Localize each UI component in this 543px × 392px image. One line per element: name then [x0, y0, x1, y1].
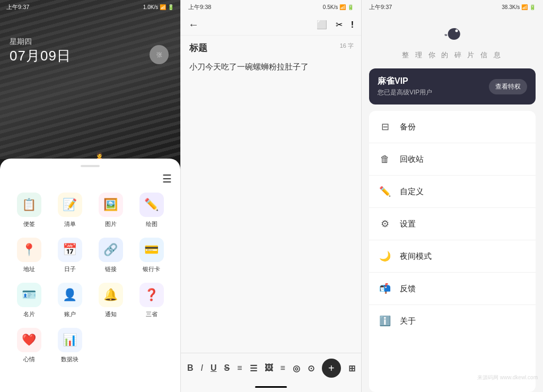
- item-label-bankcard: 银行卡: [143, 265, 160, 273]
- about-icon: ℹ️: [378, 313, 392, 328]
- status-bar-left: 上午9:37 1.0K/s 📶 🔋: [0, 0, 180, 14]
- vip-privileges-button[interactable]: 查看特权: [489, 79, 527, 94]
- list-item[interactable]: 💳 银行卡: [133, 238, 170, 273]
- mood-icon: ❤️: [17, 328, 41, 352]
- account-icon: 👤: [58, 283, 82, 307]
- more-icon[interactable]: !: [351, 20, 354, 30]
- layout-icon[interactable]: ⬜: [317, 20, 327, 30]
- draw-icon: ✏️: [139, 193, 164, 217]
- date-label: 07月09日: [10, 47, 71, 65]
- list-item[interactable]: 📊 数据块: [51, 328, 88, 363]
- svg-point-1: [456, 30, 458, 32]
- note-title: 标题: [189, 42, 353, 54]
- item-label-reflect: 三省: [146, 310, 157, 318]
- link-icon: 🔗: [99, 238, 123, 262]
- weekday-label: 星期四: [10, 37, 71, 47]
- more-options-button[interactable]: ⊞: [348, 363, 355, 373]
- item-label-sticky: 便签: [23, 220, 35, 228]
- namecard-icon: 🪪: [17, 283, 41, 307]
- note-editor-area[interactable]: 标题 小刀今天吃了一碗螺蛳粉拉肚子了: [181, 36, 361, 353]
- status-icons-right: 38.3K/s 📶 🔋: [502, 4, 536, 10]
- menu-item-feedback[interactable]: 📬 反馈: [369, 273, 536, 305]
- note-content[interactable]: 小刀今天吃了一碗螺蛳粉拉肚子了: [189, 60, 353, 73]
- reflect-icon: ❓: [139, 283, 164, 307]
- vip-title: 麻雀VIP: [378, 76, 432, 87]
- strikethrough-button[interactable]: S: [224, 363, 230, 373]
- image-insert-button[interactable]: 🖼: [265, 363, 273, 373]
- sticky-icon: 📋: [17, 193, 41, 217]
- notify-icon: 🔔: [99, 283, 123, 307]
- grid-icons: 📋 便签 📝 清单 🖼️ 图片 ✏️ 绘图 📍 地址 📅 日: [8, 193, 172, 363]
- list-item[interactable]: ❤️ 心情: [11, 328, 47, 363]
- list-item[interactable]: 🖼️ 图片: [92, 193, 129, 228]
- ordered-list-button[interactable]: ≡: [237, 363, 242, 373]
- list-item[interactable]: 📝 清单: [51, 193, 88, 228]
- list-item[interactable]: ✏️ 绘图: [133, 193, 170, 228]
- menu-item-about[interactable]: ℹ️ 关于: [369, 305, 536, 337]
- back-button[interactable]: ←: [188, 19, 199, 31]
- list-item[interactable]: 📋 便签: [11, 193, 47, 228]
- watermark: 来源码网 www.dkewl.com: [477, 374, 538, 381]
- sheet-handle[interactable]: [81, 165, 100, 167]
- item-label-account: 账户: [64, 310, 76, 318]
- list-item[interactable]: 🔗 链接: [92, 238, 129, 273]
- item-label-datablock: 数据块: [61, 355, 78, 363]
- menu-item-settings[interactable]: ⚙ 设置: [369, 208, 536, 240]
- app-header: 整 理 你 的 碎 片 信 息: [362, 14, 543, 68]
- underline-button[interactable]: U: [211, 363, 217, 373]
- status-icons-left: 1.0K/s 📶 🔋: [143, 4, 174, 10]
- item-label-photo: 图片: [105, 220, 117, 228]
- datablock-icon: 📊: [58, 328, 82, 352]
- list-item[interactable]: 👤 账户: [51, 283, 88, 318]
- bottom-sheet: ☰ 📋 便签 📝 清单 🖼️ 图片 ✏️ 绘图 📍 地址: [0, 159, 180, 392]
- list-item[interactable]: 🔔 通知: [92, 283, 129, 318]
- backup-icon: ⊟: [378, 119, 392, 134]
- feedback-icon: 📬: [378, 281, 392, 296]
- panel-right: 上午9:37 38.3K/s 📶 🔋 整 理 你 的 碎 片 信 息 麻雀VIP…: [362, 0, 543, 392]
- format-toolbar: B I U S ≡ ☰ 🖼 ≡ ◎ ⊙ + ⊞: [181, 353, 361, 383]
- list-item[interactable]: 📅 日子: [51, 238, 88, 273]
- status-bar-right: 上午9:37 38.3K/s 📶 🔋: [362, 0, 543, 14]
- add-fab-button[interactable]: +: [322, 359, 341, 378]
- menu-item-customize[interactable]: ✏️ 自定义: [369, 176, 536, 208]
- bold-button[interactable]: B: [187, 363, 194, 373]
- list-item[interactable]: 🪪 名片: [11, 283, 47, 318]
- item-label-draw: 绘图: [146, 220, 157, 228]
- sheet-menu-icon[interactable]: ☰: [162, 172, 172, 185]
- item-label-namecard: 名片: [23, 310, 35, 318]
- photo-icon: 🖼️: [99, 193, 123, 217]
- calendar-icon: 📅: [58, 238, 82, 262]
- list-item[interactable]: ❓ 三省: [133, 283, 170, 318]
- status-time-mid: 上午9:38: [188, 3, 211, 11]
- wallpaper: [0, 0, 180, 159]
- char-count: 16 字: [340, 42, 354, 50]
- item-label-location: 地址: [23, 265, 35, 273]
- tag-button[interactable]: ⊙: [308, 363, 314, 373]
- scissors-icon[interactable]: ✂: [336, 20, 343, 30]
- unordered-list-button[interactable]: ☰: [250, 363, 257, 373]
- status-icons-mid: 0.5K/s 📶 🔋: [323, 4, 354, 10]
- customize-label: 自定义: [400, 187, 424, 197]
- circle-icon-button[interactable]: ◎: [293, 363, 300, 373]
- vip-info: 麻雀VIP 您已是高级VIP用户: [378, 76, 432, 97]
- night-mode-label: 夜间模式: [400, 251, 432, 262]
- trash-icon: 🗑: [378, 152, 392, 167]
- note-toolbar: ← ⬜ ✂ ! 16 字: [181, 14, 361, 36]
- app-logo: [440, 21, 465, 46]
- settings-label: 设置: [400, 219, 416, 229]
- pencil-pattern: [0, 0, 180, 159]
- italic-button[interactable]: I: [201, 363, 203, 373]
- settings-icon: ⚙: [378, 216, 392, 231]
- menu-item-backup[interactable]: ⊟ 备份: [369, 111, 536, 143]
- night-mode-icon: 🌙: [378, 249, 392, 264]
- item-label-calendar: 日子: [64, 265, 76, 273]
- item-label-todo: 清单: [64, 220, 76, 228]
- align-button[interactable]: ≡: [281, 363, 285, 373]
- status-time-left: 上午9:37: [6, 3, 29, 11]
- panel-mid: 上午9:38 0.5K/s 📶 🔋 ← ⬜ ✂ ! 16 字 标题 小刀今天吃了…: [180, 0, 362, 392]
- date-widget: 星期四 07月09日: [10, 37, 71, 65]
- menu-item-night-mode[interactable]: 🌙 夜间模式: [369, 240, 536, 273]
- menu-item-trash[interactable]: 🗑 回收站: [369, 143, 536, 176]
- list-item[interactable]: 📍 地址: [11, 238, 47, 273]
- vip-subtitle: 您已是高级VIP用户: [378, 88, 432, 97]
